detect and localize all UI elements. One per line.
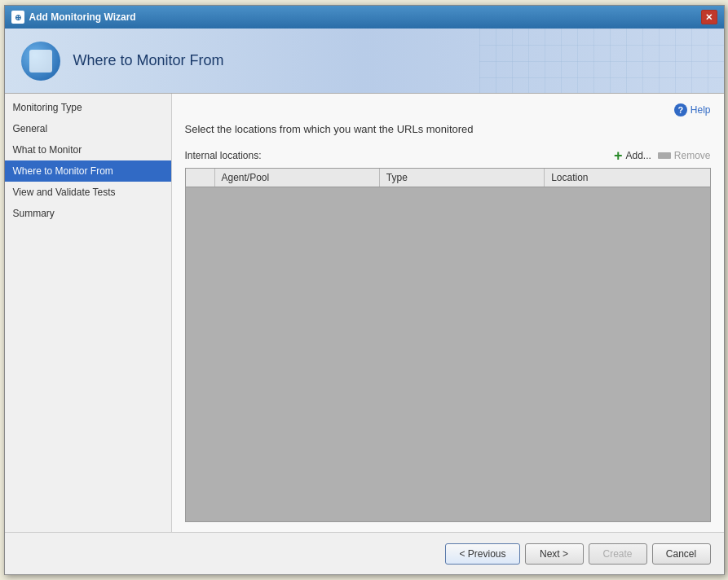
remove-button[interactable]: Remove (658, 150, 711, 161)
add-remove-row: + Add... Remove (614, 148, 711, 163)
table-col-location: Location (545, 169, 709, 187)
app-icon: ⊕ (11, 11, 24, 24)
header-pattern (479, 29, 724, 94)
sidebar-item-what-to-monitor[interactable]: What to Monitor (5, 139, 171, 160)
next-button[interactable]: Next > (525, 543, 584, 565)
title-bar: ⊕ Add Monitoring Wizard ✕ (5, 6, 724, 29)
content-area: Monitoring Type General What to Monitor … (5, 94, 724, 532)
table-header: Agent/Pool Type Location (186, 169, 710, 187)
help-row: ? Help (185, 103, 711, 116)
table-col-agent-pool: Agent/Pool (215, 169, 380, 187)
sidebar-item-monitoring-type[interactable]: Monitoring Type (5, 97, 171, 118)
sidebar-item-summary[interactable]: Summary (5, 203, 171, 224)
sidebar-item-where-to-monitor[interactable]: Where to Monitor From (5, 160, 171, 182)
close-button[interactable]: ✕ (701, 10, 717, 24)
remove-icon (658, 152, 671, 159)
svg-rect-0 (479, 29, 724, 94)
locations-table: Agent/Pool Type Location (185, 168, 711, 522)
window-title: Add Monitoring Wizard (29, 11, 136, 23)
remove-button-label: Remove (674, 150, 711, 161)
add-button[interactable]: + Add... (614, 148, 651, 163)
help-icon: ? (674, 103, 687, 116)
title-bar-left: ⊕ Add Monitoring Wizard (11, 11, 136, 24)
add-plus-icon: + (614, 148, 623, 163)
help-label: Help (690, 104, 711, 116)
sidebar: Monitoring Type General What to Monitor … (5, 94, 172, 532)
create-button[interactable]: Create (589, 543, 647, 565)
sidebar-item-general[interactable]: General (5, 118, 171, 139)
table-col-checkbox (186, 169, 215, 187)
internal-locations-label: Internal locations: (185, 150, 262, 161)
previous-button[interactable]: < Previous (445, 543, 519, 565)
page-title: Where to Monitor From (73, 52, 224, 69)
cancel-button[interactable]: Cancel (652, 543, 711, 565)
internal-locations-row: Internal locations: + Add... Remove (185, 148, 711, 163)
header-icon-inner (29, 50, 52, 72)
header-banner: Where to Monitor From (5, 29, 724, 94)
table-col-type: Type (380, 169, 545, 187)
sidebar-item-view-validate[interactable]: View and Validate Tests (5, 182, 171, 203)
table-body (186, 187, 710, 521)
header-icon (21, 42, 60, 81)
main-content-panel: ? Help Select the locations from which y… (172, 94, 724, 532)
add-button-label: Add... (625, 150, 651, 161)
instruction-text: Select the locations from which you want… (185, 123, 711, 135)
footer: < Previous Next > Create Cancel (5, 532, 724, 574)
main-window: ⊕ Add Monitoring Wizard ✕ Where to Monit… (4, 5, 725, 575)
help-link[interactable]: ? Help (674, 103, 711, 116)
